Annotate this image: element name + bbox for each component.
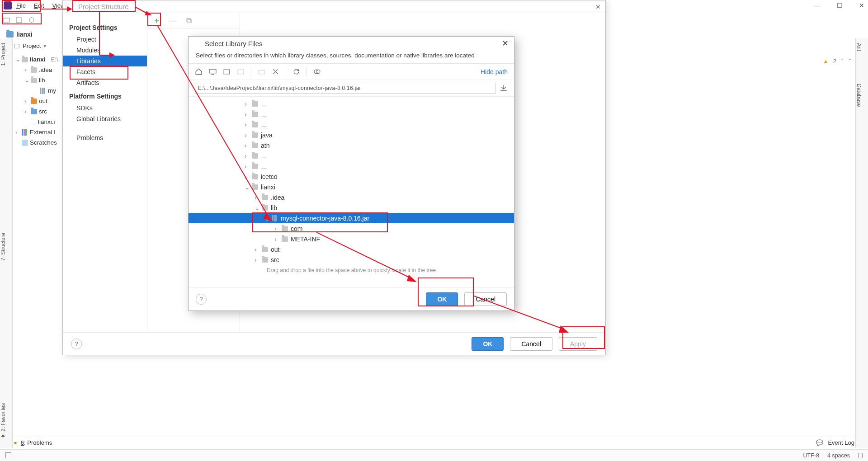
app-icon <box>4 1 12 9</box>
new-folder-icon[interactable] <box>258 68 265 75</box>
file-tree[interactable]: ›… ›… ›… ›java ›ath ›… ›… ›icetco ⌄lianx… <box>189 96 514 266</box>
svg-rect-4 <box>224 70 230 74</box>
sync-icon[interactable] <box>28 16 35 24</box>
dropdown-icon[interactable]: ▾ <box>43 42 47 49</box>
show-hidden-icon[interactable] <box>313 68 321 75</box>
tool-favorites-tab[interactable]: ★ 2: Favorites <box>0 399 6 444</box>
dialog-title: Project Structure <box>78 3 129 10</box>
ps-apply-button[interactable]: Apply <box>559 337 597 351</box>
sidebar-item-facets[interactable]: Facets <box>69 66 147 77</box>
sidebar-item-global-libraries[interactable]: Global Libraries <box>69 113 147 124</box>
app-icon <box>67 3 75 10</box>
status-toggle-icon[interactable] <box>5 452 11 458</box>
sidebar-item-artifacts[interactable]: Artifacts <box>69 77 147 88</box>
delete-icon[interactable] <box>272 68 279 75</box>
dialog-title: Select Library Files <box>205 40 263 47</box>
menu-edit[interactable]: Edit <box>30 1 47 10</box>
hide-path-link[interactable]: Hide path <box>481 68 508 75</box>
save-icon[interactable] <box>15 16 23 24</box>
chevron-down-icon[interactable]: ˅ <box>849 58 852 65</box>
ps-ok-button[interactable]: OK <box>472 337 504 351</box>
warning-count: 2 <box>833 58 836 65</box>
desktop-icon[interactable] <box>209 68 217 75</box>
svg-point-1 <box>29 18 34 22</box>
tool-ant-tab[interactable]: Ant <box>856 38 862 56</box>
jar-icon <box>40 88 46 94</box>
ps-cancel-button[interactable]: Cancel <box>510 337 552 351</box>
folder-icon <box>6 31 14 38</box>
sidebar-item-problems[interactable]: Problems <box>69 132 147 143</box>
select-library-files-dialog: Select Library Files ✕ Select files or d… <box>188 36 514 311</box>
library-icon <box>22 129 28 136</box>
dialog-subtitle: Select files or directories in which lib… <box>189 50 514 64</box>
os-minimize[interactable]: — <box>814 2 821 9</box>
help-button[interactable]: ? <box>71 339 82 349</box>
jar-icon <box>272 215 278 221</box>
folder-icon <box>31 67 37 73</box>
tool-database-tab[interactable]: Database <box>856 79 862 111</box>
module-icon[interactable] <box>237 68 245 75</box>
lf-cancel-button[interactable]: Cancel <box>464 292 507 306</box>
remove-library-button[interactable]: — <box>170 16 177 25</box>
lf-ok-button[interactable]: OK <box>426 292 458 306</box>
tree-row-selected[interactable]: ⌄mysql-connector-java-8.0.16.jar <box>189 213 514 223</box>
drop-hint: Drag and drop a file into the space abov… <box>189 266 514 277</box>
status-encoding[interactable]: UTF-8 <box>803 452 819 459</box>
status-indent[interactable]: 4 spaces <box>827 452 850 459</box>
svg-rect-6 <box>259 70 264 74</box>
sidebar-heading-platform-settings: Platform Settings <box>69 93 147 100</box>
project-panel-title[interactable]: Project <box>23 42 41 49</box>
svg-rect-5 <box>238 70 244 74</box>
breadcrumb-root[interactable]: lianxi <box>16 31 33 38</box>
add-library-button[interactable]: ＋ <box>153 15 160 26</box>
file-icon <box>31 119 36 125</box>
tool-project-tab[interactable]: 1: Project <box>0 38 6 71</box>
path-input[interactable] <box>195 83 496 94</box>
close-icon[interactable]: ✕ <box>502 38 509 48</box>
dialog-close-icon[interactable]: ✕ <box>595 3 601 10</box>
svg-rect-0 <box>3 18 9 22</box>
tool-structure-tab[interactable]: 7: Structure <box>0 228 6 265</box>
sidebar-heading-project-settings: Project Settings <box>69 24 147 31</box>
open-icon[interactable] <box>3 16 10 24</box>
svg-rect-3 <box>209 69 216 73</box>
folder-icon <box>31 99 37 104</box>
sidebar-item-modules[interactable]: Modules <box>69 45 147 56</box>
os-close[interactable]: ✕ <box>859 2 864 9</box>
folder-icon <box>22 57 28 62</box>
copy-icon[interactable]: ⧉ <box>186 16 192 25</box>
problems-icon: ● <box>14 439 17 446</box>
home-icon[interactable] <box>195 68 203 75</box>
svg-rect-2 <box>14 44 19 48</box>
event-log-tab[interactable]: Event Log <box>828 439 854 446</box>
event-log-icon: 💬 <box>816 439 823 446</box>
warning-icon[interactable]: ▲ <box>823 58 829 65</box>
folder-icon <box>31 78 37 83</box>
sidebar-item-sdks[interactable]: SDKs <box>69 103 147 113</box>
problems-tab[interactable]: 6: 6: ProblemsProblems <box>21 439 52 446</box>
project-view-icon <box>14 43 20 49</box>
scratches-icon <box>22 140 28 146</box>
chevron-up-icon[interactable]: ˄ <box>841 58 844 65</box>
sidebar-item-project[interactable]: Project <box>69 34 147 45</box>
lock-icon[interactable] <box>858 453 863 458</box>
sidebar-item-libraries[interactable]: Libraries <box>63 56 147 66</box>
refresh-icon[interactable] <box>292 68 300 75</box>
status-bar: UTF-8 4 spaces <box>0 449 868 461</box>
help-button[interactable]: ? <box>196 294 207 305</box>
project-icon[interactable] <box>223 68 231 75</box>
os-maximize[interactable]: ☐ <box>837 2 843 9</box>
menu-file[interactable]: FFileile <box>13 1 29 10</box>
app-icon <box>194 40 201 47</box>
folder-icon <box>31 109 37 114</box>
history-icon[interactable] <box>500 84 508 92</box>
settings-sidebar: Project Settings Project Modules Librari… <box>63 13 147 332</box>
